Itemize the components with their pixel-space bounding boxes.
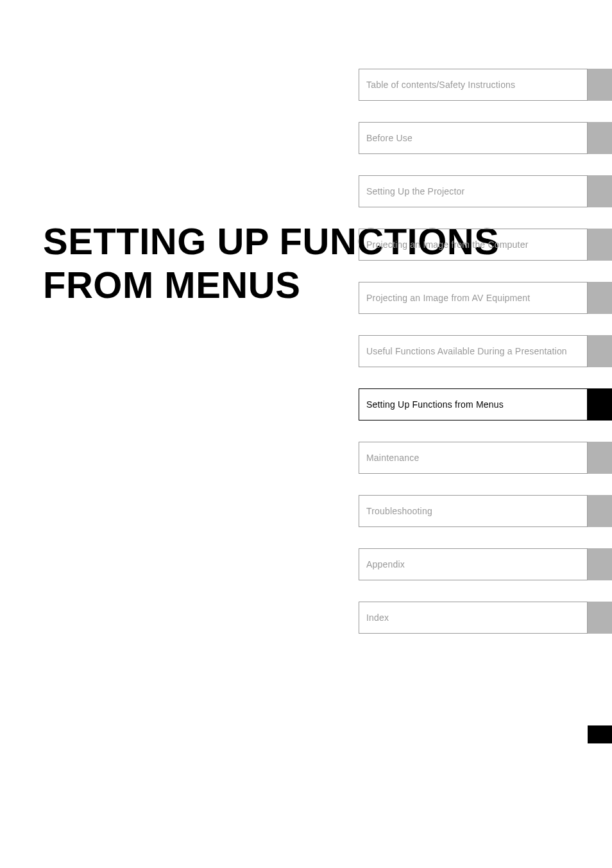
tab-label: Useful Functions Available During a Pres… (359, 335, 588, 367)
tab-label: Appendix (359, 548, 588, 580)
tab-setting-up-functions[interactable]: Setting Up Functions from Menus (359, 388, 612, 421)
tab-label: Maintenance (359, 442, 588, 474)
tab-projecting-av[interactable]: Projecting an Image from AV Equipment (359, 282, 612, 314)
tab-projecting-computer[interactable]: Projecting an Image from the Computer (359, 229, 612, 261)
tab-edge-marker (588, 442, 612, 474)
tab-label: Before Use (359, 122, 588, 154)
tab-maintenance[interactable]: Maintenance (359, 442, 612, 474)
tab-label: Setting Up the Projector (359, 175, 588, 207)
tab-edge-marker (588, 229, 612, 261)
tab-label: Projecting an Image from the Computer (359, 229, 588, 261)
tab-label: Troubleshooting (359, 495, 588, 527)
tab-edge-marker (588, 335, 612, 367)
tab-troubleshooting[interactable]: Troubleshooting (359, 495, 612, 527)
tab-index[interactable]: Index (359, 602, 612, 634)
tab-label: Table of contents/Safety Instructions (359, 69, 588, 101)
tab-edge-marker (588, 282, 612, 314)
section-tabs: Table of contents/Safety Instructions Be… (359, 69, 612, 655)
tab-edge-marker (588, 388, 612, 421)
tab-table-of-contents[interactable]: Table of contents/Safety Instructions (359, 69, 612, 101)
tab-label: Setting Up Functions from Menus (359, 388, 588, 421)
tab-before-use[interactable]: Before Use (359, 122, 612, 154)
tab-edge-marker (588, 175, 612, 207)
tab-edge-marker (588, 602, 612, 634)
tab-label: Index (359, 602, 588, 634)
tab-edge-marker (588, 69, 612, 101)
tab-setting-up-projector[interactable]: Setting Up the Projector (359, 175, 612, 207)
tab-useful-functions[interactable]: Useful Functions Available During a Pres… (359, 335, 612, 367)
tab-edge-marker (588, 548, 612, 580)
tab-appendix[interactable]: Appendix (359, 548, 612, 580)
tab-label: Projecting an Image from AV Equipment (359, 282, 588, 314)
tab-edge-marker (588, 122, 612, 154)
page-edge-marker (588, 725, 612, 743)
tab-edge-marker (588, 495, 612, 527)
